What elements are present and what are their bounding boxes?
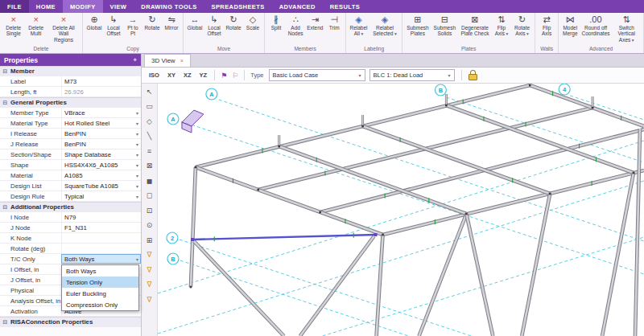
delete-all-wall-regions-button[interactable]: ×Delete All Wall Regions [47,14,80,43]
property-value-j-node[interactable]: F1_N31 [61,223,141,232]
box-select[interactable]: ▭ [143,100,155,113]
delete-multi-button[interactable]: ×Delete Multi [25,14,47,38]
rotate-button[interactable]: ↻Rotate [224,14,243,31]
criteria-select[interactable]: ≡ [143,145,155,157]
section-header-member[interactable]: ⊟Member [0,66,141,76]
round-off-coordinates-button[interactable]: .00Round off Coordinates [580,14,612,38]
lock-unselected[interactable]: ⊙ [143,219,155,232]
property-value-material-type[interactable]: Hot Rolled Steel▾ [61,118,141,128]
view-button-yz[interactable]: YZ [196,70,211,80]
select-all[interactable]: ◼ [143,174,155,186]
ribbon-tab-drawing-tools[interactable]: DRAWING TOOLS [134,0,204,13]
mirror-button[interactable]: ⇋Mirror [162,14,181,31]
model-scene[interactable]: AB4A2B [158,84,644,336]
filter-plates[interactable]: ∇ [143,264,155,276]
load-type-combo[interactable]: Basic Load Case▾ [269,69,365,81]
rotate-axis-button[interactable]: ↻Rotate Axis ▾ [511,14,533,38]
relabel-all-button[interactable]: ◈Relabel All ▾ [348,14,369,38]
unselect-all[interactable]: ◻ [143,190,155,202]
degenerate-plate-check-button[interactable]: ⊠Degenerate Plate Check [458,14,492,38]
ribbon-tab-spreadsheets[interactable]: SPREADSHEETS [204,0,272,13]
scale-button[interactable]: ◇Scale [243,14,262,31]
dropdown-caret-icon[interactable]: ▾ [136,162,141,168]
dropdown-caret-icon[interactable]: ▾ [136,131,141,137]
dropdown-caret-icon[interactable]: ▾ [136,110,141,116]
global-button[interactable]: ⊕Global [85,14,104,31]
property-value-design-list[interactable]: SquareTube A1085▾ [61,181,141,191]
close-icon[interactable]: × [180,58,184,64]
dropdown-option-both-ways[interactable]: Both Ways [62,265,138,277]
split-button[interactable]: ∦Split [266,14,286,31]
submesh-plates-button[interactable]: ⊞Submesh Plates [404,14,431,38]
section-expander-icon[interactable]: ⊟ [0,68,10,75]
ribbon-tab-modify[interactable]: MODIFY [63,0,103,13]
ribbon-tab-home[interactable]: HOME [29,0,63,13]
select-pointer[interactable]: ↖ [143,85,155,97]
rotate-button[interactable]: ↻Rotate [142,14,162,31]
view-button-xz[interactable]: XZ [180,70,195,80]
dropdown-option-euler-buckling[interactable]: Euler Buckling [62,288,138,299]
property-value-i-node[interactable]: N79 [61,212,141,222]
pin-icon[interactable]: ⌖ [133,56,137,64]
section-header-additional-properties[interactable]: ⊟Additional Properties [0,202,141,212]
ribbon-tab-view[interactable]: VIEW [103,0,134,13]
property-value-j-release[interactable]: BenPIN▾ [61,139,141,149]
view-button-iso[interactable]: ISO [146,70,163,80]
filter-members[interactable]: ∇ [143,249,155,261]
add-nodes-button[interactable]: ∴Add Nodes [286,14,305,38]
dropdown-option-compression-only[interactable]: Compression Only [62,299,138,310]
frame-members[interactable] [191,85,644,336]
extend-button[interactable]: ⇥Extend [305,14,324,31]
property-value-i-release[interactable]: BenPIN▾ [61,129,141,138]
trim-button[interactable]: ⊣Trim [324,14,344,31]
section-header-risaconnection-properties[interactable]: ⊟RISAConnection Properties [0,317,141,327]
selected-member-m73[interactable] [192,233,376,242]
dropdown-caret-icon[interactable]: ▾ [136,121,141,126]
property-value-material[interactable]: A1085▾ [61,170,141,180]
loads-outline-flag-icon[interactable]: ⚐ [230,72,240,80]
section-expander-icon[interactable]: ⊟ [0,204,10,211]
view-button-xy[interactable]: XY [164,70,179,80]
invert-selection[interactable]: ⊠ [143,160,155,172]
property-value-shape[interactable]: HSS4X4X6_A1085▾ [61,160,141,170]
pt-to-pt-button[interactable]: →Pt to Pt [123,14,142,38]
property-value-label[interactable]: M73 [61,76,141,86]
tab-3d-view[interactable]: 3D View × [144,54,191,67]
section-header-general-properties[interactable]: ⊟General Properties [0,97,141,108]
property-value-design-rule[interactable]: Typical▾ [61,191,141,201]
property-value-section-shape[interactable]: Shape Database▾ [61,150,141,159]
property-value-member-type[interactable]: VBrace▾ [61,108,141,117]
property-value-length-ft[interactable]: 26.926 [61,87,141,96]
dropdown-caret-icon[interactable]: ▾ [136,141,141,147]
ribbon-tab-results[interactable]: RESULTS [323,0,367,13]
global-button[interactable]: ↔Global [185,14,204,31]
polygon-select[interactable]: ◇ [143,115,155,127]
delete-single-button[interactable]: ×Delete Single [2,14,25,38]
filter-solids[interactable]: ∇ [143,293,155,305]
line-select[interactable]: ╲ [143,130,155,142]
submesh-solids-button[interactable]: ⊟Submesh Solids [431,14,458,38]
ribbon-tab-advanced[interactable]: ADVANCED [272,0,323,13]
clip-plane-widget[interactable] [182,110,204,133]
local-offset-button[interactable]: ↳Local Offset [104,14,123,38]
model-merge-button[interactable]: ⋈Model Merge [560,14,580,38]
property-value-k-node[interactable] [61,233,141,243]
dropdown-option-tension-only[interactable]: Tension Only [62,277,138,288]
filter-walls[interactable]: ∇ [143,279,155,291]
canvas-3d[interactable]: AB4A2B [158,84,644,336]
local-offset-button[interactable]: ↳Local Offset [204,14,224,38]
section-expander-icon[interactable]: ⊟ [0,319,10,326]
property-value-rotate-deg[interactable] [61,244,141,253]
switch-vertical-axes-button[interactable]: ⇅Switch Vertical Axes ▾ [611,14,642,43]
tc-only-dropdown[interactable]: Both WaysTension OnlyEuler BucklingCompr… [61,264,139,311]
loads-display-flag-icon[interactable]: ⚑ [219,72,229,80]
dropdown-caret-icon[interactable]: ▾ [136,183,141,189]
graphic-editing-grid[interactable]: ⊞ [143,234,155,246]
dropdown-caret-icon[interactable]: ▾ [136,256,141,262]
select-marked-lines[interactable]: ⊡ [143,204,155,216]
dropdown-caret-icon[interactable]: ▾ [136,173,141,178]
ribbon-tab-file[interactable]: FILE [0,0,29,13]
flip-axis-button[interactable]: ⇅Flip Axis ▾ [492,14,511,38]
relabel-selected-button[interactable]: ◈Relabel Selected ▾ [369,14,400,38]
lock-icon[interactable] [469,70,478,80]
